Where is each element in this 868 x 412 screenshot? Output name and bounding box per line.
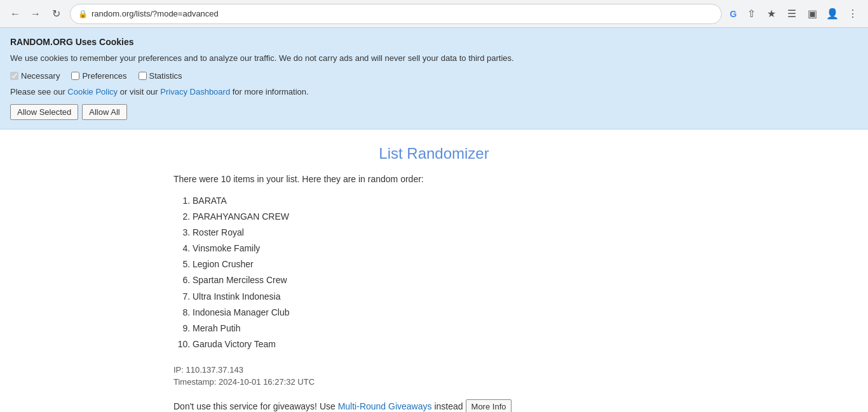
more-button[interactable]: ⋮ <box>844 5 862 23</box>
split-view-button[interactable]: ▣ <box>803 5 821 23</box>
nav-buttons: ← → ↻ <box>6 5 65 23</box>
preferences-checkbox[interactable] <box>71 72 79 80</box>
preferences-checkbox-item[interactable]: Preferences <box>71 71 126 81</box>
main-content: List Randomizer There were 10 items in y… <box>161 130 707 413</box>
list-item: Spartan Merciless Crew <box>193 272 695 288</box>
list-item: Roster Royal <box>193 225 695 241</box>
google-icon[interactable]: G <box>727 8 740 20</box>
cookie-policy-link[interactable]: Cookie Policy <box>67 87 118 96</box>
share-button[interactable]: ⇧ <box>742 5 760 23</box>
more-info-button[interactable]: More Info <box>466 399 512 412</box>
browser-actions: G ⇧ ★ ☰ ▣ 👤 ⋮ <box>727 5 862 23</box>
cookie-checkboxes: Necessary Preferences Statistics <box>10 71 858 81</box>
policy-text-middle: or visit our <box>118 87 160 96</box>
list-item: Merah Putih <box>193 321 695 336</box>
cookie-policy-line: Please see our Cookie Policy or visit ou… <box>10 87 858 96</box>
necessary-label: Necessary <box>21 71 60 81</box>
giveaway-notice-before: Don't use this service for giveaways! Us… <box>173 401 338 411</box>
page-title: List Randomizer <box>173 145 695 163</box>
result-description: There were 10 items in your list. Here t… <box>173 174 695 184</box>
statistics-checkbox-item[interactable]: Statistics <box>139 71 182 81</box>
statistics-checkbox[interactable] <box>139 72 147 80</box>
preferences-label: Preferences <box>82 71 126 81</box>
cookie-buttons: Allow Selected Allow All <box>10 104 858 120</box>
giveaway-notice: Don't use this service for giveaways! Us… <box>173 399 695 412</box>
giveaway-link[interactable]: Multi-Round Giveaways <box>338 401 432 411</box>
cookie-description: We use cookies to remember your preferen… <box>10 52 858 65</box>
policy-text-before: Please see our <box>10 87 67 96</box>
address-text: random.org/lists/?mode=advanced <box>92 9 714 18</box>
list-item: Indonesia Manager Club <box>193 305 695 321</box>
list-item: PARAHYANGAN CREW <box>193 209 695 225</box>
forward-button[interactable]: → <box>27 5 44 23</box>
statistics-label: Statistics <box>149 71 182 81</box>
bookmark-button[interactable]: ★ <box>763 5 780 23</box>
list-item: Vinsmoke Family <box>193 241 695 256</box>
necessary-checkbox[interactable] <box>10 72 18 80</box>
list-item: Legion Crusher <box>193 256 695 272</box>
back-button[interactable]: ← <box>6 5 24 23</box>
allow-all-button[interactable]: Allow All <box>82 104 126 120</box>
list-item: Ultra Instink Indonesia <box>193 289 695 305</box>
result-list: BARATAPARAHYANGAN CREWRoster RoyalVinsmo… <box>173 193 695 353</box>
reload-button[interactable]: ↻ <box>47 5 65 23</box>
cookie-banner: RANDOM.ORG Uses Cookies We use cookies t… <box>0 28 868 130</box>
ip-info: IP: 110.137.37.143 <box>173 365 695 375</box>
cookie-title: RANDOM.ORG Uses Cookies <box>10 37 858 47</box>
reading-list-button[interactable]: ☰ <box>783 5 801 23</box>
allow-selected-button[interactable]: Allow Selected <box>10 104 78 120</box>
lock-icon: 🔒 <box>78 10 88 18</box>
giveaway-notice-after: instead <box>432 401 463 411</box>
timestamp-info: Timestamp: 2024-10-01 16:27:32 UTC <box>173 377 695 387</box>
list-item: Garuda Victory Team <box>193 336 695 352</box>
policy-text-after: for more information. <box>230 87 309 96</box>
profile-button[interactable]: 👤 <box>824 5 841 23</box>
list-item: BARATA <box>193 193 695 209</box>
necessary-checkbox-item[interactable]: Necessary <box>10 71 60 81</box>
address-bar[interactable]: 🔒 random.org/lists/?mode=advanced <box>70 4 722 24</box>
browser-chrome: ← → ↻ 🔒 random.org/lists/?mode=advanced … <box>0 0 868 28</box>
privacy-dashboard-link[interactable]: Privacy Dashboard <box>160 87 230 96</box>
